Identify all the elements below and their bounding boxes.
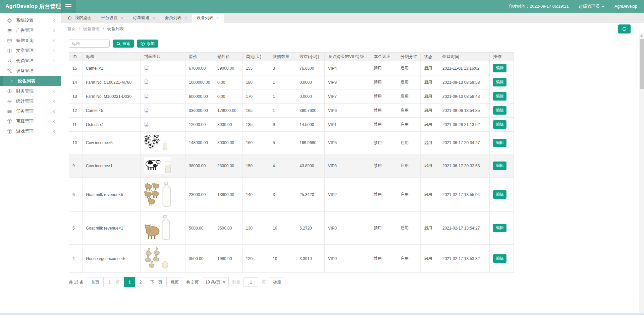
sidebar-item-image[interactable]: 广告管理: [0, 25, 61, 36]
edit-button[interactable]: 编辑: [493, 162, 506, 170]
add-button[interactable]: 添加: [137, 40, 158, 48]
cell-income-per-hour: 43.8900: [296, 154, 325, 178]
close-icon[interactable]: [216, 16, 219, 19]
chevron-left-icon: [52, 59, 56, 63]
confirm-button[interactable]: 确定: [269, 277, 285, 287]
sidebar-menu: 系统设置广告管理短信查询文章管理会员管理设备管理设备列表财务管理统计管理任务管理…: [0, 13, 61, 136]
last-page-button[interactable]: 尾页: [166, 277, 183, 287]
cell-income-per-hour: 76.6500: [296, 61, 325, 75]
edit-button[interactable]: 编辑: [493, 139, 506, 147]
sidebar-item-book[interactable]: 文章管理: [0, 46, 61, 56]
cell-original-price: 12000.00: [185, 118, 214, 132]
breadcrumb-item[interactable]: 设备管理: [83, 26, 100, 32]
chevron-left-icon: [52, 129, 56, 134]
sidebar-item-dollar[interactable]: 财务管理: [0, 86, 61, 96]
column-header: 收益(小时): [296, 53, 325, 61]
breadcrumb-separator: /: [79, 26, 80, 31]
sidebar-item-gear[interactable]: 系统设置: [0, 15, 61, 25]
cell-principal-return: 禁用: [370, 75, 397, 89]
cell-created-time: 2021-08-28 21:13:52: [439, 118, 490, 132]
scroll-up-button[interactable]: [639, 33, 644, 38]
sidebar-subitem[interactable]: 设备列表: [0, 76, 61, 86]
sidebar-item-label: 系统设置: [16, 17, 52, 23]
next-page-button[interactable]: 下一页: [146, 277, 167, 287]
cell-period-days: 165: [243, 104, 269, 118]
edit-button[interactable]: 编辑: [493, 120, 506, 129]
edit-button[interactable]: 编辑: [493, 254, 506, 263]
cell-period-days: 180: [243, 75, 269, 89]
cell-cover-image: [141, 75, 185, 89]
cell-vip-level: VIP1: [325, 118, 370, 132]
cell-vip-level: VIP8: [325, 75, 370, 89]
sidebar-item-mail[interactable]: 短信查询: [0, 36, 61, 46]
sidebar-item-gift[interactable]: 宝藏管理: [0, 116, 61, 126]
column-header: 销售价: [214, 53, 243, 61]
scrollbar-track[interactable]: [639, 33, 644, 315]
sidebar-item-label: 设备管理: [16, 68, 52, 74]
page-number-button[interactable]: 1: [124, 277, 135, 287]
cover-image-goat-1: [144, 214, 172, 241]
cell-principal-return: 禁用: [370, 89, 397, 104]
close-icon[interactable]: [120, 16, 123, 19]
refresh-icon: [622, 26, 627, 32]
cell-vip-level: VIP4: [325, 61, 370, 75]
cell-cover-image: [141, 61, 185, 75]
cell-created-time: 2021-09-13 08:58:43: [439, 89, 490, 104]
search-button[interactable]: 搜索: [113, 40, 134, 48]
edit-button[interactable]: 编辑: [493, 190, 506, 199]
tab-item[interactable]: 平台设置: [96, 13, 128, 23]
edit-button[interactable]: 编辑: [493, 224, 506, 232]
sidebar-item-pulse[interactable]: 统计管理: [0, 96, 61, 106]
page-count-label: 共 2 页: [186, 279, 199, 285]
account-name[interactable]: AgriDevelop: [614, 4, 637, 9]
column-header: 原价: [185, 53, 214, 61]
breadcrumb: 首页/设备管理/设备列表: [67, 26, 124, 32]
cell-sale-price: 39000.00: [214, 61, 243, 75]
cell-id: 13: [69, 89, 83, 104]
first-page-button[interactable]: 首页: [87, 277, 104, 287]
sidebar-toggle-button[interactable]: [61, 0, 76, 13]
breadcrumb-item[interactable]: 首页: [67, 26, 76, 32]
sidebar-item-tools[interactable]: 设备管理: [0, 66, 61, 76]
per-page-value: 10 条/页: [205, 279, 220, 285]
per-page-select[interactable]: 10 条/页: [202, 277, 229, 287]
hamburger-icon: [65, 4, 71, 8]
column-header: 分销分红: [397, 53, 421, 61]
role-dropdown[interactable]: 超级管理员: [579, 4, 604, 9]
gift-icon: [7, 119, 12, 124]
goto-page-input[interactable]: [244, 277, 258, 287]
tab-item[interactable]: 会员列表: [160, 13, 192, 23]
cell-actions: 编辑: [490, 118, 514, 132]
cell-actions: 编辑: [490, 89, 514, 104]
app-header: AgriDevelop 后台管理 印度时间：2022-09-17 06:19:2…: [0, 0, 644, 13]
cell-actions: 编辑: [490, 154, 514, 178]
tab-item[interactable]: 我的桌面: [63, 13, 96, 23]
tab-item[interactable]: 订单赠送: [128, 13, 160, 23]
cell-status: 启用: [421, 61, 439, 75]
cell-vip-level: VIP6: [325, 104, 370, 118]
scrollbar-thumb[interactable]: [640, 39, 644, 89]
cell-income-per-hour: 25.3420: [296, 178, 325, 212]
chevron-left-icon: [52, 49, 56, 53]
close-icon[interactable]: [152, 16, 155, 19]
sidebar-item-user[interactable]: 会员管理: [0, 56, 61, 66]
search-input[interactable]: [69, 40, 110, 48]
tab-label: 订单赠送: [133, 15, 150, 21]
cell-purchase-limit: 3: [269, 61, 296, 75]
cell-principal-return: 禁用: [370, 245, 397, 273]
close-icon[interactable]: [184, 16, 187, 19]
refresh-button[interactable]: [618, 24, 631, 34]
sidebar-item-sliders[interactable]: 任务管理: [0, 106, 61, 116]
edit-button[interactable]: 编辑: [493, 78, 506, 86]
cover-image-geese-5: [144, 247, 169, 269]
cell-principal-return: 禁用: [370, 212, 397, 245]
sidebar-item-gift[interactable]: 游戏管理: [0, 126, 61, 136]
edit-button[interactable]: 编辑: [493, 92, 506, 101]
edit-button[interactable]: 编辑: [493, 106, 506, 115]
cover-image-broken: [144, 121, 149, 127]
tab-active[interactable]: 设备列表: [192, 13, 224, 23]
header-right: 印度时间：2022-09-17 06:19:21 超级管理员 AgriDevel…: [509, 4, 644, 9]
page-number-button[interactable]: 2: [135, 277, 146, 287]
plus-circle-icon: [141, 42, 145, 46]
edit-button[interactable]: 编辑: [493, 64, 506, 72]
